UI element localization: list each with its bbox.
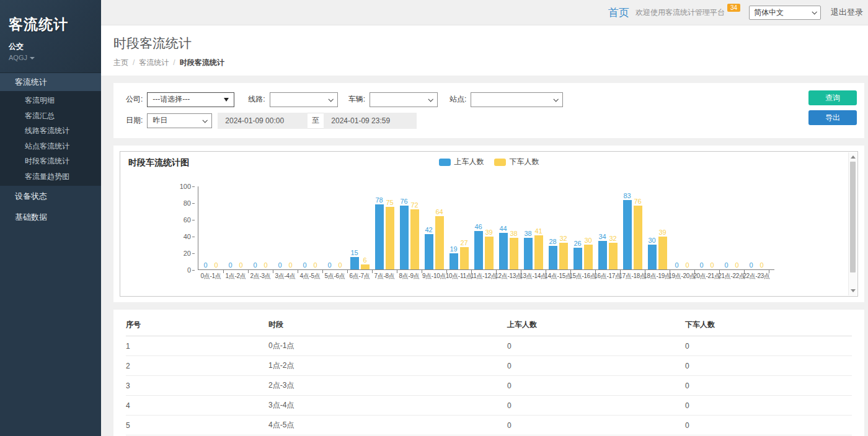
- plot-region: 020406080100 000点-1点001点-2点002点-3点003点-4…: [198, 186, 774, 270]
- legend-item-alighting[interactable]: 下车人数: [494, 157, 539, 167]
- bar-value-label: 0: [724, 261, 728, 269]
- bar-value-label: 64: [435, 208, 443, 216]
- bar[interactable]: [350, 257, 359, 269]
- x-category-label: 15点-16点: [569, 272, 596, 281]
- x-category-label: 2点-3点: [250, 272, 271, 281]
- bar-value-label: 0: [760, 261, 763, 269]
- table-header-row: 序号 时段 上车人数 下车人数: [126, 313, 852, 336]
- sidebar-item-flow-summary[interactable]: 客流汇总: [0, 108, 101, 124]
- export-button[interactable]: 导出: [808, 110, 857, 125]
- company-select[interactable]: ---请选择---: [147, 92, 234, 107]
- table-cell: 0: [685, 336, 852, 356]
- bar[interactable]: [410, 209, 419, 269]
- org-code-label: AQGJ: [9, 54, 27, 61]
- chart-title: 时段车流统计图: [128, 157, 189, 168]
- y-tick-label: 60: [184, 216, 191, 224]
- bar[interactable]: [534, 235, 543, 269]
- line-select[interactable]: [270, 92, 338, 107]
- date-to-input[interactable]: 2024-01-09 23:59: [324, 113, 417, 129]
- sidebar-item-base-data[interactable]: 基础数据: [0, 207, 101, 228]
- bar[interactable]: [400, 206, 409, 269]
- bar-value-label: 26: [574, 240, 581, 247]
- app-logo: 客流统计: [9, 15, 92, 34]
- bar-value-label: 0: [264, 261, 267, 269]
- bar-value-label: 0: [278, 261, 281, 269]
- legend-swatch-alighting: [494, 159, 506, 166]
- sidebar-item-station-stats[interactable]: 站点客流统计: [0, 139, 101, 154]
- sidebar-item-trend-chart[interactable]: 客流量趋势图: [0, 169, 101, 185]
- bar-group: 0019点-20点: [670, 186, 694, 269]
- sidebar-item-flow-detail[interactable]: 客流明细: [0, 93, 101, 108]
- bar[interactable]: [584, 245, 593, 270]
- bar-value-label: 15: [350, 249, 358, 256]
- station-select[interactable]: [471, 92, 563, 107]
- bar[interactable]: [609, 243, 618, 269]
- bar-value-label: 78: [375, 196, 383, 204]
- table-cell: 5: [126, 416, 268, 435]
- bar-group: 303918点-19点: [645, 186, 670, 269]
- logout-link[interactable]: 退出登录: [831, 7, 863, 18]
- org-code-dropdown[interactable]: AQGJ: [9, 54, 92, 61]
- bar[interactable]: [598, 241, 607, 269]
- language-select[interactable]: 简体中文: [749, 6, 821, 20]
- caret-down-icon: [30, 57, 35, 59]
- sidebar-item-period-stats[interactable]: 时段客流统计: [0, 154, 101, 169]
- chevron-down-icon: [428, 97, 433, 102]
- home-link[interactable]: 首页: [608, 6, 629, 20]
- bar[interactable]: [623, 200, 632, 269]
- bar[interactable]: [435, 216, 444, 269]
- bar-group: 001点-2点: [223, 186, 248, 269]
- bar[interactable]: [425, 234, 433, 269]
- bar-value-label: 75: [386, 199, 393, 206]
- vehicle-select[interactable]: [370, 92, 438, 107]
- x-category-label: 19点-20点: [668, 272, 695, 281]
- table-row: 54点-5点00: [126, 416, 852, 435]
- bar[interactable]: [658, 237, 667, 269]
- bar[interactable]: [549, 246, 557, 269]
- line-label: 线路:: [248, 94, 265, 105]
- bar-group: 0022点-23点: [744, 186, 769, 269]
- date-from-input[interactable]: 2024-01-09 00:00: [218, 113, 308, 129]
- bar[interactable]: [450, 253, 458, 269]
- bar[interactable]: [485, 237, 494, 269]
- bar-value-label: 38: [510, 230, 517, 237]
- breadcrumb-section[interactable]: 客流统计: [139, 58, 169, 67]
- legend-swatch-boarding: [439, 159, 451, 166]
- sidebar-item-device-status[interactable]: 设备状态: [0, 186, 101, 207]
- x-category-label: 21点-22点: [718, 272, 745, 281]
- bar-value-label: 0: [313, 261, 317, 269]
- bar[interactable]: [510, 238, 518, 269]
- bar[interactable]: [460, 247, 469, 269]
- bar[interactable]: [375, 204, 384, 269]
- bar-value-label: 0: [228, 261, 232, 269]
- bar[interactable]: [361, 264, 370, 269]
- bar-group: 837617点-18点: [620, 186, 645, 269]
- bar[interactable]: [648, 245, 657, 270]
- scroll-up-icon[interactable]: [851, 155, 856, 159]
- table-cell: 0: [507, 356, 685, 376]
- breadcrumb-home[interactable]: 主页: [113, 58, 128, 67]
- bar[interactable]: [574, 248, 582, 269]
- search-button[interactable]: 查询: [808, 90, 857, 105]
- date-preset-select[interactable]: 昨日: [147, 113, 212, 128]
- bar[interactable]: [634, 206, 642, 269]
- bar-value-label: 83: [623, 192, 631, 199]
- sidebar-item-line-stats[interactable]: 线路客流统计: [0, 123, 101, 139]
- legend-item-boarding[interactable]: 上车人数: [439, 157, 484, 167]
- date-preset-value: 昨日: [153, 115, 167, 126]
- bar[interactable]: [474, 231, 483, 269]
- bar[interactable]: [559, 243, 568, 269]
- bar-value-label: 30: [648, 237, 655, 244]
- table-cell: 0: [507, 396, 685, 416]
- bar-value-label: 34: [598, 233, 606, 240]
- scrollbar-thumb[interactable]: [850, 162, 856, 272]
- sidebar-item-passenger-stats[interactable]: 客流统计: [0, 72, 101, 91]
- table-cell: 0: [507, 336, 685, 356]
- x-category-label: 16点-17点: [594, 272, 621, 281]
- bar[interactable]: [524, 238, 533, 269]
- bar[interactable]: [499, 233, 508, 269]
- bar[interactable]: [386, 207, 394, 269]
- breadcrumb: 主页/客流统计/时段客流统计: [113, 58, 856, 68]
- scroll-down-icon[interactable]: [851, 289, 856, 292]
- filter-panel: 公司: ---请选择--- 线路: 车辆: 站点:: [113, 83, 864, 138]
